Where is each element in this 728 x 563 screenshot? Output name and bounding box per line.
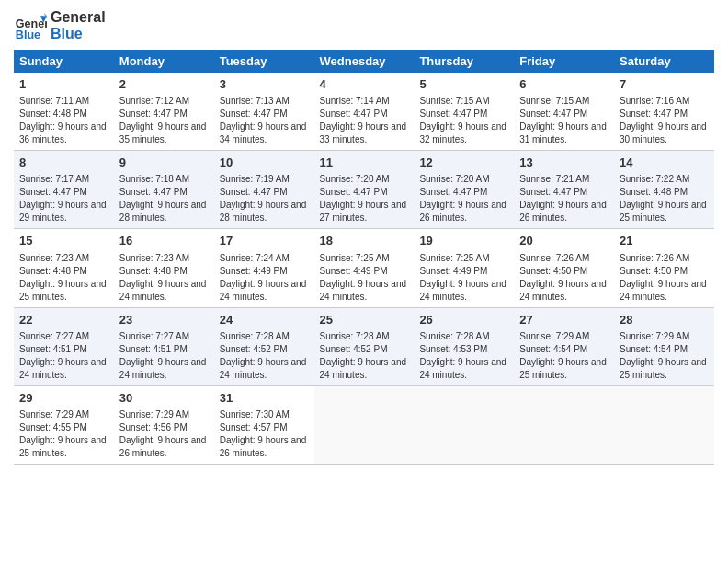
calendar-cell: 14Sunrise: 7:22 AMSunset: 4:48 PMDayligh… <box>614 151 714 229</box>
calendar-cell <box>314 385 415 464</box>
calendar-cell: 6Sunrise: 7:15 AMSunset: 4:47 PMDaylight… <box>514 73 614 151</box>
daylight-text: Daylight: 9 hours and 24 minutes. <box>119 357 207 380</box>
daylight-text: Daylight: 9 hours and 24 minutes. <box>419 357 506 380</box>
calendar-cell: 20Sunrise: 7:26 AMSunset: 4:50 PMDayligh… <box>514 229 614 307</box>
daylight-text: Daylight: 9 hours and 24 minutes. <box>119 279 207 302</box>
calendar-table: SundayMondayTuesdayWednesdayThursdayFrid… <box>14 50 714 465</box>
svg-text:Blue: Blue <box>16 29 40 41</box>
daylight-text: Daylight: 9 hours and 31 minutes. <box>519 121 607 144</box>
sunrise-text: Sunrise: 7:18 AM <box>119 174 189 184</box>
sunrise-text: Sunrise: 7:25 AM <box>419 253 489 263</box>
daylight-text: Daylight: 9 hours and 32 minutes. <box>419 121 506 144</box>
day-number: 6 <box>519 76 609 93</box>
logo: General Blue General Blue <box>14 9 106 42</box>
daylight-text: Daylight: 9 hours and 25 minutes. <box>620 357 707 380</box>
sunrise-text: Sunrise: 7:26 AM <box>519 253 589 263</box>
sunset-text: Sunset: 4:51 PM <box>119 344 188 354</box>
sunrise-text: Sunrise: 7:15 AM <box>519 96 589 106</box>
daylight-text: Daylight: 9 hours and 25 minutes. <box>620 200 707 223</box>
daylight-text: Daylight: 9 hours and 28 minutes. <box>220 200 307 223</box>
sunrise-text: Sunrise: 7:28 AM <box>419 331 489 341</box>
daylight-text: Daylight: 9 hours and 33 minutes. <box>320 121 407 144</box>
daylight-text: Daylight: 9 hours and 25 minutes. <box>19 279 107 302</box>
day-number: 7 <box>620 76 709 93</box>
calendar-cell: 12Sunrise: 7:20 AMSunset: 4:47 PMDayligh… <box>414 151 514 229</box>
sunset-text: Sunset: 4:48 PM <box>620 187 688 197</box>
daylight-text: Daylight: 9 hours and 26 minutes. <box>119 435 207 458</box>
sunset-text: Sunset: 4:48 PM <box>19 266 87 276</box>
sunrise-text: Sunrise: 7:21 AM <box>519 174 589 184</box>
daylight-text: Daylight: 9 hours and 24 minutes. <box>620 279 707 302</box>
sunrise-text: Sunrise: 7:16 AM <box>620 96 689 106</box>
day-number: 8 <box>19 155 108 171</box>
day-number: 22 <box>19 312 108 328</box>
sunrise-text: Sunrise: 7:19 AM <box>220 174 290 184</box>
sunrise-text: Sunrise: 7:20 AM <box>320 174 390 184</box>
calendar-cell <box>414 385 514 464</box>
calendar-cell: 18Sunrise: 7:25 AMSunset: 4:49 PMDayligh… <box>314 229 415 307</box>
sunrise-text: Sunrise: 7:29 AM <box>119 409 189 419</box>
sunset-text: Sunset: 4:47 PM <box>320 109 388 119</box>
sunset-text: Sunset: 4:51 PM <box>19 344 87 354</box>
daylight-text: Daylight: 9 hours and 29 minutes. <box>19 200 107 223</box>
calendar-cell: 1Sunrise: 7:11 AMSunset: 4:48 PMDaylight… <box>14 73 114 151</box>
calendar-cell: 10Sunrise: 7:19 AMSunset: 4:47 PMDayligh… <box>214 151 314 229</box>
sunset-text: Sunset: 4:47 PM <box>119 109 188 119</box>
calendar-cell <box>614 385 714 464</box>
day-number: 15 <box>19 233 108 249</box>
sunrise-text: Sunrise: 7:17 AM <box>19 174 89 184</box>
daylight-text: Daylight: 9 hours and 26 minutes. <box>419 200 506 223</box>
sunrise-text: Sunrise: 7:29 AM <box>519 331 589 341</box>
calendar-cell: 21Sunrise: 7:26 AMSunset: 4:50 PMDayligh… <box>614 229 714 307</box>
week-row-3: 15Sunrise: 7:23 AMSunset: 4:48 PMDayligh… <box>14 229 714 307</box>
sunrise-text: Sunrise: 7:27 AM <box>119 331 189 341</box>
day-number: 23 <box>119 312 209 328</box>
sunset-text: Sunset: 4:49 PM <box>320 266 388 276</box>
sunset-text: Sunset: 4:47 PM <box>119 187 188 197</box>
sunrise-text: Sunrise: 7:27 AM <box>19 331 89 341</box>
sunset-text: Sunset: 4:47 PM <box>320 187 388 197</box>
col-header-saturday: Saturday <box>614 50 714 73</box>
page-container: General Blue General Blue SundayMondayTu… <box>0 0 728 474</box>
calendar-cell: 5Sunrise: 7:15 AMSunset: 4:47 PMDaylight… <box>414 73 514 151</box>
sunrise-text: Sunrise: 7:20 AM <box>419 174 489 184</box>
sunrise-text: Sunrise: 7:26 AM <box>620 253 689 263</box>
sunrise-text: Sunrise: 7:11 AM <box>19 96 89 106</box>
calendar-cell: 3Sunrise: 7:13 AMSunset: 4:47 PMDaylight… <box>214 73 314 151</box>
sunset-text: Sunset: 4:54 PM <box>519 344 587 354</box>
logo-blue: Blue <box>51 26 106 42</box>
sunset-text: Sunset: 4:53 PM <box>419 344 487 354</box>
daylight-text: Daylight: 9 hours and 24 minutes. <box>220 279 307 302</box>
sunrise-text: Sunrise: 7:14 AM <box>320 96 390 106</box>
daylight-text: Daylight: 9 hours and 26 minutes. <box>519 200 607 223</box>
daylight-text: Daylight: 9 hours and 26 minutes. <box>220 435 307 458</box>
calendar-cell: 11Sunrise: 7:20 AMSunset: 4:47 PMDayligh… <box>314 151 415 229</box>
calendar-cell: 8Sunrise: 7:17 AMSunset: 4:47 PMDaylight… <box>14 151 114 229</box>
sunset-text: Sunset: 4:52 PM <box>320 344 388 354</box>
calendar-cell: 25Sunrise: 7:28 AMSunset: 4:52 PMDayligh… <box>314 307 415 385</box>
calendar-cell: 24Sunrise: 7:28 AMSunset: 4:52 PMDayligh… <box>214 307 314 385</box>
day-number: 5 <box>419 76 508 93</box>
logo-general: General <box>51 9 106 26</box>
daylight-text: Daylight: 9 hours and 30 minutes. <box>620 121 707 144</box>
daylight-text: Daylight: 9 hours and 25 minutes. <box>19 435 107 458</box>
daylight-text: Daylight: 9 hours and 24 minutes. <box>220 357 307 380</box>
day-number: 4 <box>320 76 409 93</box>
sunset-text: Sunset: 4:47 PM <box>419 187 487 197</box>
sunset-text: Sunset: 4:47 PM <box>220 187 288 197</box>
calendar-cell: 15Sunrise: 7:23 AMSunset: 4:48 PMDayligh… <box>14 229 114 307</box>
sunrise-text: Sunrise: 7:29 AM <box>620 331 689 341</box>
sunset-text: Sunset: 4:56 PM <box>119 422 188 432</box>
calendar-cell <box>514 385 614 464</box>
sunset-text: Sunset: 4:57 PM <box>220 422 288 432</box>
day-number: 2 <box>119 76 209 93</box>
day-number: 28 <box>620 312 709 328</box>
week-row-1: 1Sunrise: 7:11 AMSunset: 4:48 PMDaylight… <box>14 73 714 151</box>
daylight-text: Daylight: 9 hours and 25 minutes. <box>519 357 607 380</box>
col-header-sunday: Sunday <box>14 50 114 73</box>
daylight-text: Daylight: 9 hours and 24 minutes. <box>19 357 107 380</box>
day-number: 14 <box>620 155 709 171</box>
col-header-monday: Monday <box>114 50 214 73</box>
sunrise-text: Sunrise: 7:23 AM <box>19 253 89 263</box>
calendar-cell: 22Sunrise: 7:27 AMSunset: 4:51 PMDayligh… <box>14 307 114 385</box>
